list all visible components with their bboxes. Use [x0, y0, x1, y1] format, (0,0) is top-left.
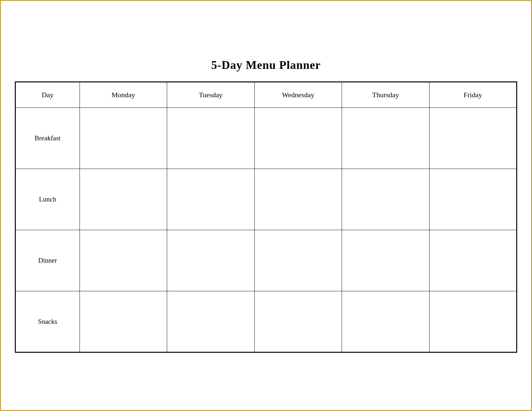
cell-dinner-2[interactable] [254, 230, 342, 291]
cell-dinner-3[interactable] [342, 230, 429, 291]
col-header-thursday: Thursday [342, 82, 429, 108]
cell-breakfast-2[interactable] [254, 108, 342, 169]
header-row: Day Monday Tuesday Wednesday Thursday Fr… [15, 82, 517, 108]
cell-dinner-0[interactable] [80, 230, 167, 291]
cell-lunch-4[interactable] [429, 169, 517, 230]
planner-table: Day Monday Tuesday Wednesday Thursday Fr… [15, 81, 517, 353]
row-label-snacks: Snacks [15, 291, 80, 352]
col-header-wednesday: Wednesday [254, 82, 342, 108]
col-header-monday: Monday [80, 82, 167, 108]
table-row: Breakfast [15, 108, 517, 169]
cell-snacks-1[interactable] [167, 291, 254, 352]
cell-breakfast-0[interactable] [80, 108, 167, 169]
cell-snacks-3[interactable] [342, 291, 429, 352]
cell-breakfast-3[interactable] [342, 108, 429, 169]
page-container: 5-Day Menu Planner Day Monday Tuesday We… [15, 58, 517, 353]
planner-body: BreakfastLunchDinnerSnacks [15, 108, 517, 352]
row-label-breakfast: Breakfast [15, 108, 80, 169]
cell-breakfast-1[interactable] [167, 108, 254, 169]
cell-dinner-1[interactable] [167, 230, 254, 291]
cell-lunch-0[interactable] [80, 169, 167, 230]
cell-lunch-2[interactable] [254, 169, 342, 230]
table-row: Dinner [15, 230, 517, 291]
col-header-friday: Friday [429, 82, 517, 108]
row-label-dinner: Dinner [15, 230, 80, 291]
table-row: Snacks [15, 291, 517, 352]
cell-lunch-3[interactable] [342, 169, 429, 230]
cell-snacks-2[interactable] [254, 291, 342, 352]
page-title: 5-Day Menu Planner [211, 58, 321, 72]
cell-snacks-0[interactable] [80, 291, 167, 352]
cell-snacks-4[interactable] [429, 291, 517, 352]
col-header-tuesday: Tuesday [167, 82, 254, 108]
cell-dinner-4[interactable] [429, 230, 517, 291]
table-row: Lunch [15, 169, 517, 230]
cell-breakfast-4[interactable] [429, 108, 517, 169]
col-header-day: Day [15, 82, 80, 108]
cell-lunch-1[interactable] [167, 169, 254, 230]
row-label-lunch: Lunch [15, 169, 80, 230]
